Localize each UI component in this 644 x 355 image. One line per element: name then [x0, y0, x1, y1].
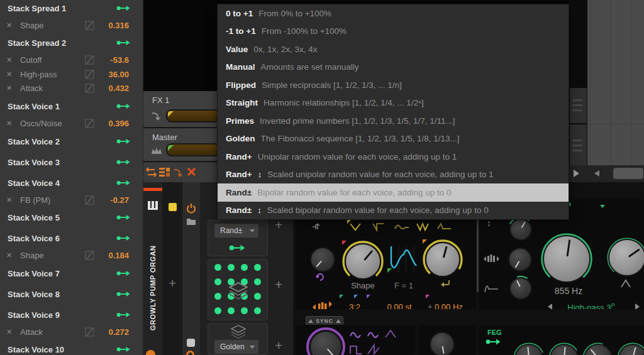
- voice-dot[interactable]: [254, 307, 261, 314]
- mod-source-row[interactable]: Stack Voice 2: [0, 134, 143, 148]
- mod-amount-value[interactable]: 0.396: [108, 119, 129, 128]
- track-header-master[interactable]: Master: [143, 128, 223, 161]
- mod-arrow-icon[interactable]: [229, 244, 245, 251]
- resonance-knob[interactable]: [608, 239, 644, 276]
- lfo-waveform-icons[interactable]: [349, 329, 412, 355]
- mod-arrow-icon[interactable]: [116, 103, 130, 109]
- device-panel-icon[interactable]: [187, 339, 195, 347]
- add-modulator-button[interactable]: +: [275, 339, 282, 352]
- remove-modulation-icon[interactable]: ✕: [6, 56, 16, 64]
- add-modulator-button[interactable]: +: [275, 278, 282, 291]
- remove-modulation-icon[interactable]: ✕: [6, 119, 16, 128]
- voice-dot[interactable]: [214, 264, 221, 271]
- feg-attack-knob[interactable]: [514, 344, 543, 355]
- mod-curve-icon[interactable]: [85, 119, 94, 128]
- feg-release-knob[interactable]: [618, 344, 644, 355]
- menu-item[interactable]: Rand± Bipolar random value for each voic…: [218, 183, 569, 202]
- mod-mode-select[interactable]: Golden: [214, 340, 258, 354]
- menu-item[interactable]: Manual Amounts are set manually: [218, 58, 569, 77]
- mod-source-row[interactable]: Stack Voice 9: [0, 308, 143, 322]
- mod-arrow-icon[interactable]: [116, 346, 130, 352]
- mod-amount-value[interactable]: -53.6: [110, 55, 129, 65]
- mod-target-row[interactable]: ✕ Shape 0.316: [0, 18, 143, 32]
- track-color-swatch[interactable]: [169, 203, 177, 211]
- list-view-icon[interactable]: [159, 167, 170, 177]
- keytrack-icon[interactable]: [312, 222, 321, 231]
- mod-curve-icon[interactable]: [85, 327, 94, 337]
- filter-keytrack-knob[interactable]: [508, 248, 532, 271]
- mod-arrow-icon[interactable]: [116, 180, 130, 186]
- mod-amount-value[interactable]: 0.184: [108, 251, 129, 260]
- keytrack-keys-icon[interactable]: [311, 302, 335, 309]
- waveform-sine-icon[interactable]: [394, 222, 410, 232]
- shape-knob[interactable]: [345, 243, 381, 280]
- add-modulator-button[interactable]: +: [275, 218, 282, 231]
- filter-mod-knob[interactable]: [509, 277, 532, 300]
- voice-dot[interactable]: [228, 264, 235, 271]
- menu-item[interactable]: Rand+ ↕ Scaled unipolar random value for…: [218, 166, 569, 184]
- mod-source-row[interactable]: Stack Voice 7: [0, 266, 143, 280]
- mod-target-row[interactable]: ✕ Cutoff -53.6: [0, 53, 143, 67]
- mod-source-row[interactable]: Stack Voice 5: [0, 210, 143, 224]
- scroll-left-icon[interactable]: [594, 170, 599, 177]
- mod-source-row[interactable]: Stack Spread 1: [0, 1, 143, 15]
- mod-arrow-icon[interactable]: [116, 159, 130, 165]
- modulator-slot-golden[interactable]: Golden: [208, 323, 268, 355]
- menu-item[interactable]: Rand+ Unipolar random value for each voi…: [218, 148, 569, 166]
- remove-modulation-icon[interactable]: ✕: [6, 196, 16, 204]
- filter-env-amount-knob[interactable]: [509, 218, 532, 241]
- mod-source-row[interactable]: Stack Voice 6: [0, 231, 143, 245]
- voice-dot[interactable]: [214, 293, 221, 300]
- cutoff-value[interactable]: 855 Hz: [541, 286, 596, 296]
- mod-curve-icon[interactable]: [85, 21, 94, 30]
- retrigger-icon[interactable]: [439, 278, 452, 288]
- filter-type-label[interactable]: High-pass 3P: [555, 302, 628, 309]
- mod-curve-icon[interactable]: [85, 251, 94, 260]
- mod-target-row[interactable]: ✕ FB (PM) -0.27: [0, 193, 143, 207]
- menu-item[interactable]: -1 to +1 From -100% to +100%: [218, 23, 569, 41]
- mod-amount-value[interactable]: -0.27: [110, 195, 129, 205]
- mod-arrow-icon[interactable]: [486, 339, 501, 345]
- play-marker-icon[interactable]: [574, 170, 579, 177]
- voice-dot[interactable]: [254, 293, 261, 300]
- device-remote-icon[interactable]: [186, 351, 194, 355]
- route-arrow-icon[interactable]: [173, 167, 183, 177]
- voice-dot[interactable]: [214, 307, 221, 314]
- osc-level-knob[interactable]: [425, 242, 460, 277]
- folder-icon[interactable]: [186, 217, 196, 226]
- waveform-check-icon[interactable]: [371, 222, 387, 232]
- mod-source-row[interactable]: Stack Voice 3: [0, 155, 143, 169]
- arranger-track-header[interactable]: [570, 124, 587, 165]
- mod-amount-value[interactable]: 0.316: [108, 21, 129, 30]
- arranger-grid[interactable]: [587, 0, 644, 165]
- swap-routing-icon[interactable]: [146, 167, 157, 177]
- remove-modulation-icon[interactable]: ✕: [6, 70, 16, 79]
- mod-target-row[interactable]: ✕ Attack 0.432: [0, 81, 143, 95]
- sync-badge[interactable]: SYNC: [306, 316, 343, 325]
- noise-knob[interactable]: [430, 332, 455, 355]
- waveform-pulse-icon[interactable]: [436, 222, 453, 232]
- osc-wave-display[interactable]: [387, 244, 420, 273]
- mod-arrow-icon[interactable]: [116, 138, 130, 145]
- voice-dot[interactable]: [228, 307, 235, 314]
- mod-source-row[interactable]: Stack Voice 8: [0, 287, 143, 301]
- track-header-fx1[interactable]: FX 1: [143, 91, 223, 128]
- waveform-v-icon[interactable]: [348, 222, 365, 232]
- menu-item[interactable]: Flipped Simple reciprocals [1, 1/2, 1/3,…: [218, 76, 569, 94]
- feg-decay-knob[interactable]: [550, 344, 579, 355]
- menu-item[interactable]: 0 to +1 From 0% to +100%: [218, 4, 569, 23]
- remove-modulation-icon[interactable]: ✕: [6, 84, 16, 92]
- phase-cycle-icon[interactable]: [315, 272, 325, 281]
- menu-item[interactable]: Primes Inverted prime numbers [1, 1/2, 1…: [218, 112, 569, 130]
- mod-arrow-icon[interactable]: [116, 40, 130, 46]
- menu-item[interactable]: Straight Harmonic relationships [1, 1/2,…: [218, 94, 569, 112]
- track-rail[interactable]: GROWLY PUMP ORGAN: [143, 182, 162, 355]
- osc-hz-value[interactable]: ± 0.00 Hz: [420, 302, 470, 309]
- scrollbar-thumb[interactable]: [613, 168, 643, 179]
- add-device-button[interactable]: +: [169, 276, 176, 290]
- mod-curve-icon[interactable]: [85, 55, 94, 65]
- mod-curve-icon[interactable]: [85, 70, 94, 79]
- mod-target-row[interactable]: ✕ Attack 0.272: [0, 325, 143, 339]
- close-icon[interactable]: [187, 167, 196, 177]
- device-power-icon[interactable]: [186, 203, 196, 214]
